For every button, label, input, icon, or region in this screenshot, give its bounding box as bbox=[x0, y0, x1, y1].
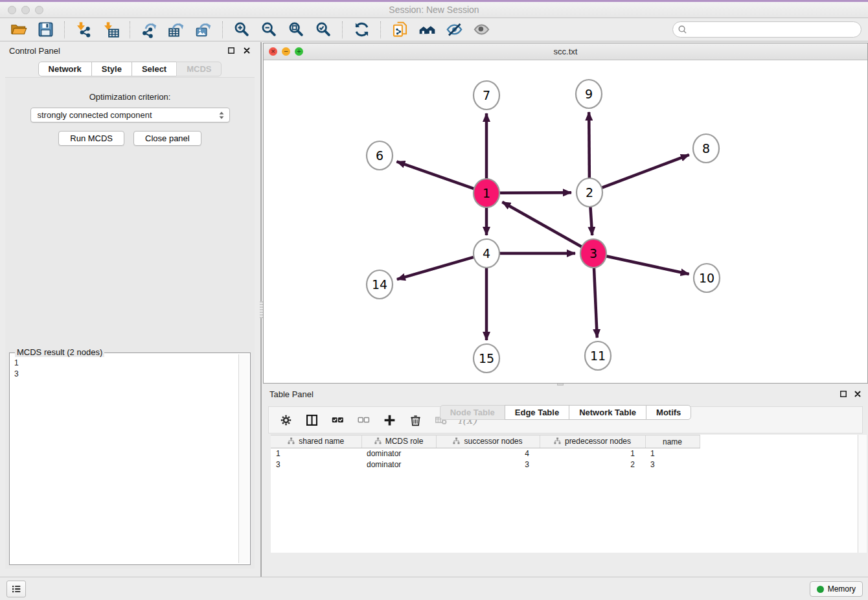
graph-node-4[interactable]: 4 bbox=[474, 239, 499, 268]
save-session-button[interactable] bbox=[34, 19, 57, 40]
toolbar-separator bbox=[380, 21, 381, 38]
graph-edge-2-8[interactable] bbox=[602, 155, 689, 188]
graph-edge-1-2[interactable] bbox=[499, 192, 571, 193]
tab-edge-table[interactable]: Edge Table bbox=[505, 405, 569, 420]
graph-edge-3-1[interactable] bbox=[502, 202, 582, 247]
open-session-button[interactable] bbox=[6, 19, 30, 40]
graph-node-9[interactable]: 9 bbox=[576, 80, 602, 108]
network-graph[interactable]: 7968124314101511 bbox=[264, 60, 867, 383]
network-canvas[interactable]: 7968124314101511 bbox=[264, 60, 867, 383]
graph-node-7[interactable]: 7 bbox=[474, 81, 499, 110]
svg-text:3: 3 bbox=[589, 246, 597, 260]
graph-edge-2-9[interactable] bbox=[589, 112, 589, 179]
zoom-selected-icon bbox=[315, 21, 332, 38]
svg-text:10: 10 bbox=[699, 271, 714, 285]
graph-node-6[interactable]: 6 bbox=[367, 141, 393, 170]
svg-text:11: 11 bbox=[590, 349, 606, 363]
folder-open-icon bbox=[10, 21, 27, 38]
float-icon bbox=[839, 389, 848, 398]
tab-network[interactable]: Network bbox=[38, 62, 92, 76]
memory-button[interactable]: Memory bbox=[810, 581, 863, 597]
control-panel-tabs: NetworkStyleSelectMCDS bbox=[0, 62, 260, 76]
zoom-in-button[interactable] bbox=[230, 19, 253, 40]
houses-icon bbox=[418, 21, 436, 38]
tab-network-table[interactable]: Network Table bbox=[569, 405, 646, 420]
export-table-button[interactable] bbox=[165, 19, 188, 40]
tab-mcds[interactable]: MCDS bbox=[176, 62, 222, 76]
tab-select[interactable]: Select bbox=[131, 62, 177, 76]
table-panel-header: Table Panel bbox=[263, 386, 868, 404]
export-table-icon bbox=[168, 21, 185, 38]
import-table-button[interactable] bbox=[99, 19, 122, 40]
mcds-result-scrollbar[interactable] bbox=[238, 354, 249, 563]
eye-icon bbox=[473, 21, 490, 38]
network-file-button[interactable] bbox=[388, 19, 411, 40]
table-panel-float-button[interactable] bbox=[838, 389, 849, 400]
export-image-button[interactable] bbox=[192, 19, 215, 40]
graph-node-10[interactable]: 10 bbox=[694, 264, 720, 292]
graph-node-11[interactable]: 11 bbox=[585, 341, 611, 370]
import-network-icon bbox=[75, 21, 93, 38]
app-minimize-button[interactable] bbox=[21, 6, 30, 14]
graph-edge-1-6[interactable] bbox=[396, 161, 474, 189]
tab-motifs[interactable]: Motifs bbox=[646, 405, 691, 420]
hide-details-button[interactable] bbox=[442, 19, 466, 40]
criterion-select[interactable]: strongly connected component bbox=[30, 108, 230, 122]
zoom-fit-button[interactable] bbox=[284, 19, 308, 40]
app-title: Session: New Session bbox=[0, 2, 868, 17]
mcds-result-text[interactable]: 13 bbox=[12, 356, 238, 562]
main-toolbar bbox=[0, 18, 868, 41]
criterion-select-value: strongly connected component bbox=[38, 110, 152, 120]
svg-text:6: 6 bbox=[376, 148, 383, 163]
task-history-button[interactable] bbox=[6, 581, 26, 597]
import-network-button[interactable] bbox=[72, 19, 95, 40]
zoom-selected-button[interactable] bbox=[312, 19, 335, 40]
graph-edge-3-11[interactable] bbox=[594, 266, 597, 338]
graph-edge-3-10[interactable] bbox=[606, 256, 689, 274]
graph-edge-4-14[interactable] bbox=[397, 257, 474, 280]
network-zoom-button[interactable]: + bbox=[295, 47, 303, 56]
graph-node-14[interactable]: 14 bbox=[367, 270, 393, 299]
zoom-in-icon bbox=[233, 21, 251, 38]
mcds-result-title: MCDS result (2 nodes) bbox=[15, 347, 104, 357]
close-panel-button[interactable]: Close panel bbox=[133, 131, 201, 146]
optimization-criterion-label: Optimization criterion: bbox=[5, 92, 255, 102]
app-zoom-button[interactable] bbox=[35, 6, 43, 14]
svg-text:14: 14 bbox=[372, 277, 387, 292]
graph-node-15[interactable]: 15 bbox=[474, 344, 499, 373]
search-input[interactable] bbox=[672, 21, 862, 38]
refresh-button[interactable] bbox=[350, 19, 373, 40]
network-close-button[interactable]: × bbox=[269, 47, 277, 56]
memory-label: Memory bbox=[828, 584, 856, 594]
toolbar-separator bbox=[130, 21, 130, 38]
svg-text:7: 7 bbox=[483, 88, 490, 102]
control-panel-float-button[interactable] bbox=[226, 46, 236, 56]
search-icon bbox=[678, 25, 687, 34]
toolbar-separator bbox=[64, 21, 65, 38]
list-icon bbox=[10, 583, 22, 595]
table-panel-close-button[interactable] bbox=[852, 389, 863, 400]
export-network-icon bbox=[141, 21, 158, 38]
graph-node-8[interactable]: 8 bbox=[693, 134, 719, 163]
search-box bbox=[672, 21, 862, 38]
run-mcds-button[interactable]: Run MCDS bbox=[58, 131, 124, 146]
graph-node-3[interactable]: 3 bbox=[580, 239, 606, 268]
graph-edge-2-3[interactable] bbox=[590, 205, 592, 235]
control-panel-header: Control Panel bbox=[0, 42, 260, 60]
export-network-button[interactable] bbox=[137, 19, 161, 40]
tab-node-table[interactable]: Node Table bbox=[440, 405, 505, 420]
float-icon bbox=[227, 46, 236, 55]
tab-style[interactable]: Style bbox=[91, 62, 132, 76]
app-window-buttons bbox=[8, 6, 43, 14]
home-button[interactable] bbox=[415, 19, 439, 40]
network-minimize-button[interactable]: − bbox=[282, 47, 290, 56]
graph-node-1[interactable]: 1 bbox=[474, 179, 499, 207]
table-panel: Table Panel f(x) shared nameMCDS rolesuc… bbox=[263, 386, 868, 577]
graph-node-2[interactable]: 2 bbox=[577, 178, 602, 207]
zoom-out-icon bbox=[260, 21, 278, 38]
select-stepper-icon bbox=[216, 110, 227, 121]
zoom-out-button[interactable] bbox=[257, 19, 280, 40]
app-close-button[interactable] bbox=[8, 6, 16, 14]
show-details-button[interactable] bbox=[470, 19, 493, 40]
control-panel-close-button[interactable] bbox=[242, 46, 252, 56]
